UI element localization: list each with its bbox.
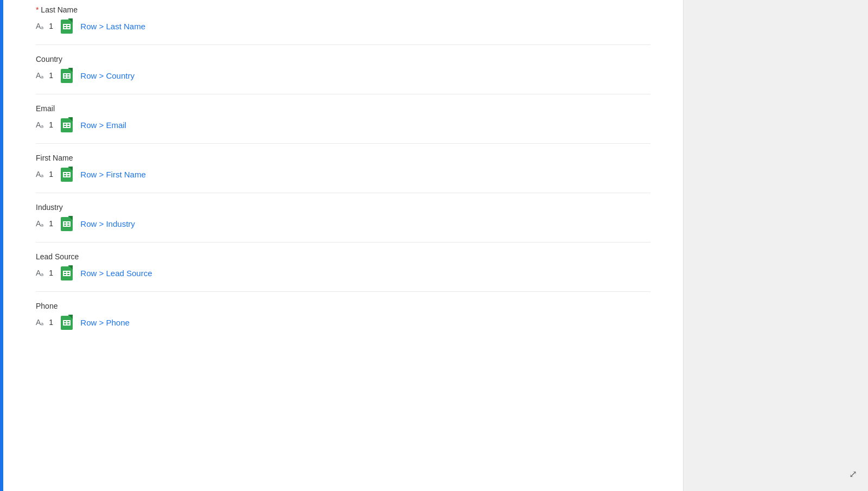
field-row-first-name: Aₐ1 Row > First Name	[36, 167, 650, 182]
field-label-last-name: Last Name	[36, 5, 650, 14]
svg-rect-16	[66, 73, 67, 79]
svg-rect-35	[69, 172, 71, 177]
aa-type-icon: Aₐ	[36, 71, 43, 80]
field-divider	[36, 143, 650, 144]
field-row-lead-source: Aₐ1 Row > Lead Source	[36, 265, 650, 280]
content-panel: Last NameAₐ1 Row > Last NameCountryAₐ1 R…	[3, 0, 684, 491]
field-divider	[36, 94, 650, 94]
svg-rect-24	[63, 123, 64, 128]
field-section-country: CountryAₐ1 Row > Country	[36, 55, 650, 83]
field-label-lead-source: Lead Source	[36, 252, 650, 261]
svg-rect-7	[66, 24, 67, 29]
sheet-icon	[61, 167, 75, 182]
row-number: 1	[49, 219, 55, 228]
field-section-email: EmailAₐ1 Row > Email	[36, 104, 650, 132]
aa-type-icon: Aₐ	[36, 22, 43, 30]
svg-rect-53	[69, 271, 71, 276]
svg-rect-33	[63, 172, 64, 177]
field-link-last-name[interactable]: Row > Last Name	[80, 22, 145, 31]
svg-rect-8	[69, 24, 71, 29]
svg-rect-62	[69, 320, 71, 326]
aa-type-icon: Aₐ	[36, 318, 43, 327]
field-section-industry: IndustryAₐ1 Row > Industry	[36, 203, 650, 231]
row-number: 1	[49, 120, 55, 129]
field-row-industry: Aₐ1 Row > Industry	[36, 216, 650, 231]
right-panel: ⤢	[684, 0, 868, 491]
sheet-icon	[61, 117, 75, 132]
svg-rect-15	[63, 73, 64, 79]
field-row-email: Aₐ1 Row > Email	[36, 117, 650, 132]
svg-rect-52	[66, 271, 67, 276]
field-label-phone: Phone	[36, 302, 650, 310]
main-container: Last NameAₐ1 Row > Last NameCountryAₐ1 R…	[0, 0, 868, 491]
svg-rect-44	[69, 221, 71, 227]
field-row-country: Aₐ1 Row > Country	[36, 68, 650, 83]
field-link-phone[interactable]: Row > Phone	[80, 318, 129, 327]
row-number: 1	[49, 170, 55, 178]
field-divider	[36, 44, 650, 45]
field-link-lead-source[interactable]: Row > Lead Source	[80, 269, 152, 278]
row-number: 1	[49, 318, 55, 327]
field-link-country[interactable]: Row > Country	[80, 71, 135, 80]
field-label-email: Email	[36, 104, 650, 113]
aa-type-icon: Aₐ	[36, 120, 43, 129]
field-divider	[36, 291, 650, 292]
sheet-icon	[61, 18, 75, 34]
field-section-lead-source: Lead SourceAₐ1 Row > Lead Source	[36, 252, 650, 280]
expand-icon[interactable]: ⤢	[849, 468, 857, 480]
field-divider	[36, 242, 650, 243]
sheet-icon	[61, 216, 75, 231]
field-link-email[interactable]: Row > Email	[80, 120, 126, 130]
field-label-country: Country	[36, 55, 650, 63]
aa-type-icon: Aₐ	[36, 219, 43, 228]
field-label-first-name: First Name	[36, 154, 650, 162]
field-label-industry: Industry	[36, 203, 650, 212]
field-section-phone: PhoneAₐ1 Row > Phone	[36, 302, 650, 330]
svg-rect-34	[66, 172, 67, 177]
row-number: 1	[49, 71, 55, 80]
sheet-icon	[61, 68, 75, 83]
svg-rect-17	[69, 73, 71, 79]
row-number: 1	[49, 22, 55, 30]
aa-type-icon: Aₐ	[36, 170, 43, 178]
svg-rect-42	[63, 221, 64, 227]
field-link-first-name[interactable]: Row > First Name	[80, 170, 145, 179]
field-row-phone: Aₐ1 Row > Phone	[36, 315, 650, 330]
field-row-last-name: Aₐ1 Row > Last Name	[36, 18, 650, 34]
svg-rect-60	[63, 320, 64, 326]
field-section-first-name: First NameAₐ1 Row > First Name	[36, 154, 650, 182]
field-divider	[36, 193, 650, 193]
svg-rect-25	[66, 123, 67, 128]
field-section-last-name: Last NameAₐ1 Row > Last Name	[36, 5, 650, 34]
row-number: 1	[49, 269, 55, 277]
field-link-industry[interactable]: Row > Industry	[80, 219, 135, 228]
svg-rect-61	[66, 320, 67, 326]
svg-rect-26	[69, 123, 71, 128]
sheet-icon	[61, 315, 75, 330]
svg-rect-43	[66, 221, 67, 227]
svg-rect-6	[63, 24, 64, 29]
svg-rect-51	[63, 271, 64, 276]
aa-type-icon: Aₐ	[36, 269, 43, 277]
sheet-icon	[61, 265, 75, 280]
